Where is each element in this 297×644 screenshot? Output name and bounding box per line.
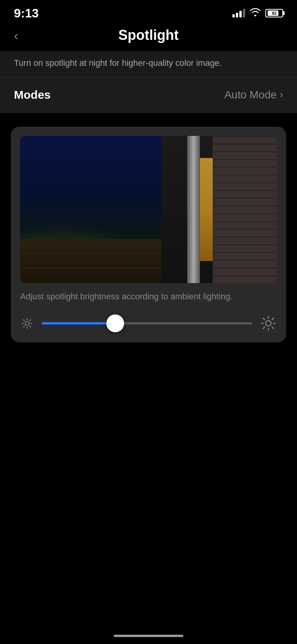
modes-value[interactable]: Auto Mode › (224, 89, 283, 101)
slider-track-fill (42, 322, 115, 325)
nav-header: ‹ Spotlight (0, 23, 297, 51)
modes-row[interactable]: Modes Auto Mode › (0, 77, 297, 113)
sun-large-icon (260, 315, 277, 332)
svg-line-14 (263, 318, 265, 319)
brightness-slider[interactable] (42, 314, 252, 333)
brick-wall (213, 136, 277, 283)
pillar (187, 136, 200, 283)
page-title: Spotlight (118, 27, 179, 43)
brightness-slider-row (20, 314, 277, 333)
svg-line-16 (272, 318, 274, 319)
back-button[interactable]: ‹ (14, 29, 18, 42)
brightness-card: Adjust spotlight brightness according to… (11, 127, 286, 342)
status-icons: 82 (232, 8, 283, 19)
sun-small-icon (20, 316, 34, 330)
home-indicator (114, 635, 183, 637)
battery-icon: 82 (265, 9, 283, 17)
wifi-icon (250, 8, 261, 19)
svg-line-17 (263, 327, 265, 328)
svg-line-5 (24, 319, 25, 321)
status-bar: 9:13 82 (0, 0, 297, 23)
status-time: 9:13 (14, 6, 39, 21)
signal-bars-icon (232, 9, 245, 17)
svg-line-8 (24, 326, 25, 327)
back-chevron-icon: ‹ (14, 29, 18, 42)
svg-line-7 (30, 319, 31, 321)
modes-label: Modes (14, 88, 51, 101)
brightness-description: Adjust spotlight brightness according to… (20, 291, 277, 303)
deck-lines (20, 239, 174, 283)
description-label: Turn on spotlight at night for higher-qu… (14, 58, 222, 68)
description-text: Turn on spotlight at night for higher-qu… (0, 51, 297, 77)
svg-point-9 (266, 321, 271, 326)
svg-point-0 (25, 321, 29, 325)
svg-line-15 (272, 327, 274, 328)
battery-level: 82 (266, 10, 282, 17)
night-image (20, 136, 277, 283)
svg-line-6 (30, 326, 31, 327)
modes-value-text: Auto Mode (224, 89, 277, 101)
chevron-right-icon: › (280, 89, 283, 101)
slider-thumb[interactable] (106, 314, 124, 332)
